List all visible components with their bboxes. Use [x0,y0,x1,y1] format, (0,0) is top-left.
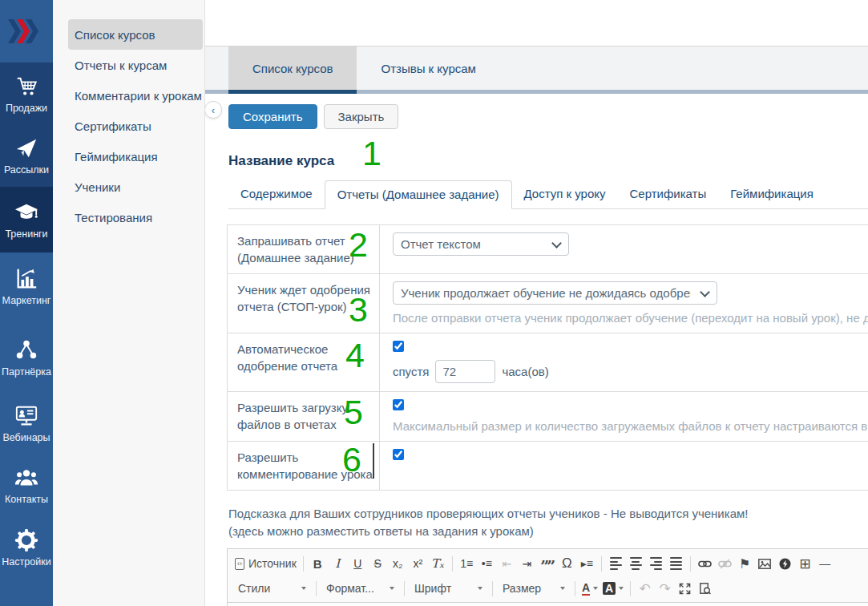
auto-approve-checkbox[interactable] [393,341,404,352]
source-button[interactable]: Источник [232,554,299,573]
help-text: После отправки отчета ученик продолжает … [393,311,868,325]
align-justify-icon[interactable] [666,554,686,573]
form-label: Разрешить загрузку файлов в отчетах 5 [228,392,380,441]
tab-reports-homework[interactable]: Отчеты (Домашнее задание) [325,180,512,209]
background-color-icon: A [603,582,616,595]
redo-icon: ↷ [655,579,675,598]
size-dropdown[interactable]: Размер [497,579,571,598]
format-dropdown[interactable]: Формат... [321,579,400,598]
media-embed-icon[interactable] [775,554,795,573]
strikethrough-icon[interactable]: S [368,554,388,573]
tab-lesson-access[interactable]: Доступ к уроку [512,180,618,208]
approval-mode-select[interactable]: Ученик продолжает обучение не дожидаясь … [393,281,717,305]
align-right-icon[interactable] [646,554,666,573]
hours-input[interactable] [435,360,495,383]
toolbar-separator [316,581,317,596]
outdent-icon: ⇤ [497,554,517,573]
submenu-item-tests[interactable]: Тестирования [53,202,204,232]
image-icon[interactable] [755,554,775,573]
submenu-item-course-reports[interactable]: Отчеты к курсам [53,50,204,80]
submenu-item-gamification[interactable]: Геймификация [53,141,204,172]
submenu-item-students[interactable]: Ученики [53,172,204,202]
tab-certificates[interactable]: Сертификаты [618,180,719,208]
numbered-list-icon[interactable]: 1≡ [457,554,477,573]
subscript-icon[interactable]: x₂ [388,554,408,573]
submenu-item-course-list[interactable]: Список курсов [68,19,203,50]
form-row-request-report: Запрашивать отчет (Домашнее задание) 2 О… [227,224,868,274]
text-color-button[interactable]: A [579,579,600,598]
tab-course-list[interactable]: Список курсов [228,46,357,90]
form-row-allow-comments: Разрешить комментирование урока 6 [227,441,868,491]
toolbar-separator [492,581,493,596]
horizontal-rule-icon[interactable]: — [815,554,835,573]
sidebar-item-label: Рассылки [4,164,49,176]
italic-icon[interactable]: I [328,554,348,573]
bulleted-list-icon[interactable]: •≡ [477,554,497,573]
form-control-cell: Ученик продолжает обучение не дожидаясь … [380,274,868,333]
font-dropdown[interactable]: Шрифт [409,579,488,598]
form-label: Ученик ждет одобрения отчета (СТОП-урок)… [228,274,380,333]
indent-icon[interactable]: ⇥ [517,554,537,573]
sidebar-item-contacts[interactable]: Контакты [0,453,53,517]
hours-prefix-label: спустя [393,365,429,378]
allow-comments-checkbox[interactable] [393,449,404,460]
tab-gamification[interactable]: Геймификация [718,180,826,208]
superscript-icon[interactable]: x² [408,554,428,573]
collapse-sidebar-button[interactable]: ‹ [205,101,222,119]
hint-line-1: Подсказка для Ваших сотрудников проверяю… [228,505,868,523]
form-control-cell: спустя часа(ов) [380,333,868,391]
insert-block-icon[interactable]: ▸≡ [577,554,597,573]
link-icon[interactable] [695,554,715,573]
tab-content[interactable]: Содержимое [228,180,325,208]
chevron-down-icon [478,587,482,590]
sidebar-item-webinars[interactable]: Вебинары [0,394,53,453]
sidebar-item-mailings[interactable]: Рассылки [0,125,53,187]
submenu-item-certificates[interactable]: Сертификаты [53,111,204,141]
chevron-down-icon [301,587,306,590]
submenu-item-lesson-comments[interactable]: Комментарии к урокам [53,80,204,111]
maximize-icon[interactable] [675,579,695,598]
special-char-icon[interactable]: Ω [557,554,577,573]
underline-icon[interactable]: U [348,554,368,573]
app-window: Продажи Рассылки Тренинги [0,0,868,606]
editor-content-area[interactable] [228,602,868,606]
sidebar-item-label: Маркетинг [2,295,51,306]
preview-icon[interactable] [695,579,715,598]
action-buttons: Сохранить Закрыть [228,104,868,129]
sidebar-item-marketing[interactable]: Маркетинг [0,252,53,321]
chevron-left-icon: ‹ [212,104,215,116]
cart-icon [14,75,38,99]
top-tab-bar: Список курсов Отзывы к курсам [205,46,868,90]
toolbar-separator [303,556,304,572]
report-type-select[interactable]: Отчет текстом [393,232,569,256]
toolbar-separator [575,581,575,596]
close-button[interactable]: Закрыть [324,104,399,129]
allow-files-checkbox[interactable] [393,399,404,410]
blockquote-icon[interactable]: ”” [537,554,557,573]
toolbar-separator [630,581,631,596]
rich-text-editor: Источник B I U S x₂ x² Tₓ 1≡ •≡ ⇤ ⇥ ”” Ω… [227,548,868,606]
toolbar-separator [690,556,691,572]
sidebar-item-affiliate[interactable]: Партнёрка [0,321,53,394]
align-center-icon[interactable] [626,554,646,573]
remove-format-icon[interactable]: Tₓ [428,554,448,573]
background-color-button[interactable]: A [600,579,626,598]
chevrons-logo-icon [6,14,46,48]
toolbar-separator [452,556,453,572]
anchor-flag-icon[interactable]: ⚑ [735,554,755,573]
styles-dropdown[interactable]: Стили [232,579,312,598]
tab-course-feedback[interactable]: Отзывы к курсам [357,46,499,90]
sidebar-item-trainings[interactable]: Тренинги [0,187,53,252]
bold-icon[interactable]: B [308,554,328,573]
align-left-icon[interactable] [606,554,626,573]
sidebar-filler [0,578,53,606]
table-icon[interactable]: ⊞ [795,554,815,573]
source-code-icon [235,558,244,570]
affiliate-network-icon [14,338,38,362]
app-logo[interactable] [0,0,53,63]
sidebar-item-sales[interactable]: Продажи [0,63,53,125]
sidebar-item-settings[interactable]: Настройки [0,517,53,578]
chevron-down-icon [390,587,394,590]
graduation-cap-icon [14,200,38,224]
save-button[interactable]: Сохранить [228,104,317,129]
